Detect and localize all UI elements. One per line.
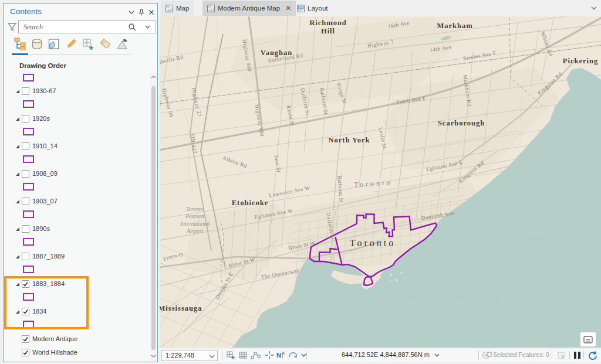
layer-checkbox[interactable] bbox=[22, 225, 29, 233]
pause-drawing-icon[interactable] bbox=[574, 352, 580, 359]
layer-row[interactable]: 1887_1889 bbox=[4, 253, 144, 261]
layer-row[interactable]: 1903_07 bbox=[4, 198, 144, 206]
scale-value: 1:229,748 bbox=[166, 352, 194, 359]
tab-map-label: Map bbox=[176, 5, 189, 12]
annotation-highlight-box bbox=[4, 276, 89, 329]
selected-features-label: Selected Features: 0 bbox=[493, 352, 549, 358]
tab-layout-label: Layout bbox=[308, 5, 328, 12]
tree-expander-icon[interactable] bbox=[16, 145, 19, 148]
legend-swatch bbox=[23, 74, 34, 81]
map-label-toronto: Toronto bbox=[186, 206, 204, 212]
map-viewport[interactable]: VaughanRichmondHillMarkhamPickeringScarb… bbox=[160, 16, 601, 348]
overview-icon bbox=[583, 336, 593, 343]
tab-modern-antique-map[interactable]: Modern Antique Map ✕ bbox=[202, 1, 296, 16]
layer-checkbox[interactable] bbox=[22, 349, 29, 356]
coordinates-value: 644,712.52E 4,844,887.56N m bbox=[342, 351, 430, 358]
tab-close-icon[interactable]: ✕ bbox=[285, 4, 291, 12]
map-label-etobicoke: Etobicoke bbox=[232, 199, 268, 207]
map-label-north-york: North York bbox=[329, 136, 370, 144]
map-label-hill: Hill bbox=[321, 27, 335, 35]
add-data-icon[interactable] bbox=[226, 351, 236, 360]
layer-label: 1930-67 bbox=[32, 87, 56, 94]
legend-swatch bbox=[23, 128, 34, 135]
layout-tab-icon bbox=[297, 5, 305, 12]
tree-expander-icon[interactable] bbox=[16, 90, 19, 93]
attribute-table-icon[interactable] bbox=[238, 351, 248, 360]
tab-modern-antique-map-label: Modern Antique Map bbox=[218, 5, 280, 12]
layer-row[interactable]: World Hillshade bbox=[4, 349, 144, 357]
layer-label: 1910_14 bbox=[32, 142, 58, 149]
layer-checkbox[interactable] bbox=[22, 170, 29, 178]
legend-swatch bbox=[23, 266, 34, 273]
tree-expander-icon[interactable] bbox=[16, 255, 19, 258]
map-label-richmond: Richmond bbox=[309, 19, 347, 27]
coordinates-display[interactable]: 644,712.52E 4,844,887.56N m bbox=[342, 351, 430, 358]
contents-scrollbar[interactable] bbox=[150, 73, 157, 361]
layer-checkbox[interactable] bbox=[22, 142, 29, 150]
scrollbar-thumb[interactable] bbox=[151, 86, 156, 350]
layer-label: World Hillshade bbox=[32, 349, 77, 356]
layer-label: 1890s bbox=[32, 225, 50, 232]
legend-swatch bbox=[23, 210, 34, 218]
scroll-up-icon[interactable] bbox=[150, 74, 157, 81]
coords-chevron-icon bbox=[434, 353, 440, 358]
layer-row[interactable]: 1920s bbox=[4, 115, 144, 123]
layer-row[interactable]: 1910_14 bbox=[4, 142, 144, 151]
scale-chevron-icon bbox=[209, 354, 215, 359]
layer-row[interactable]: Modern Antique bbox=[4, 335, 144, 343]
layer-label: 1908_09 bbox=[32, 170, 58, 177]
layer-row[interactable]: 1908_09 bbox=[4, 170, 144, 178]
map-label-pickering: Pickering bbox=[563, 57, 598, 65]
map-status-bar: 1:229,748 N 644,712.52E 4,844,887.56N m … bbox=[160, 349, 601, 362]
map-label-mississauga: Mississauga bbox=[160, 304, 202, 312]
legend-swatch bbox=[23, 100, 34, 108]
map-label-airport: Airport bbox=[186, 228, 203, 234]
layer-label: Modern Antique bbox=[32, 335, 77, 342]
layer-checkbox[interactable] bbox=[22, 87, 29, 95]
tab-map[interactable]: Map bbox=[161, 1, 194, 16]
layer-label: 1903_07 bbox=[32, 198, 58, 205]
scale-input[interactable]: 1:229,748 bbox=[161, 350, 218, 361]
svg-text:N: N bbox=[276, 352, 281, 359]
map-label-pearson: Pearson bbox=[185, 213, 204, 219]
layer-label: 1920s bbox=[32, 115, 50, 122]
legend-swatch bbox=[23, 183, 34, 190]
map-overview-button[interactable] bbox=[580, 332, 596, 347]
map-label-toronto: Toronto bbox=[350, 238, 396, 248]
north-arrow-icon[interactable]: N bbox=[276, 351, 286, 360]
layer-row[interactable]: 1930-67 bbox=[4, 87, 144, 96]
layer-row[interactable]: 1890s bbox=[4, 225, 144, 233]
layer-checkbox[interactable] bbox=[22, 253, 29, 260]
layer-checkbox[interactable] bbox=[22, 335, 29, 343]
map-tab-icon bbox=[166, 5, 173, 12]
snap-crosshair-icon[interactable] bbox=[265, 351, 274, 360]
rotate-view-icon[interactable] bbox=[288, 351, 298, 360]
map-label-markham: Markham bbox=[437, 22, 472, 30]
layer-label: 1887_1889 bbox=[32, 253, 65, 260]
explore-selection-icon[interactable] bbox=[482, 351, 492, 360]
legend-swatch bbox=[23, 155, 34, 163]
view-tab-bar: Map Modern Antique Map ✕ Layout bbox=[160, 0, 601, 16]
map-label-international: International bbox=[180, 221, 210, 227]
layer-checkbox[interactable] bbox=[22, 115, 29, 123]
tabbar-chevron-icon[interactable] bbox=[590, 5, 597, 11]
tab-layout[interactable]: Layout bbox=[292, 1, 333, 16]
tree-expander-icon[interactable] bbox=[16, 172, 19, 176]
legend-swatch bbox=[23, 238, 34, 246]
refresh-icon[interactable] bbox=[588, 351, 597, 360]
edit-vertices-icon[interactable] bbox=[251, 351, 262, 360]
layer-checkbox[interactable] bbox=[22, 198, 29, 205]
tree-expander-icon[interactable] bbox=[16, 200, 19, 203]
map-tab-icon bbox=[207, 5, 215, 12]
tree-expander-icon[interactable] bbox=[16, 227, 19, 231]
tree-expander-icon[interactable] bbox=[16, 117, 19, 121]
map-label-scarborough: Scarborough bbox=[438, 119, 485, 127]
scroll-down-icon[interactable] bbox=[150, 353, 157, 360]
select-tool-icon[interactable] bbox=[556, 351, 566, 360]
